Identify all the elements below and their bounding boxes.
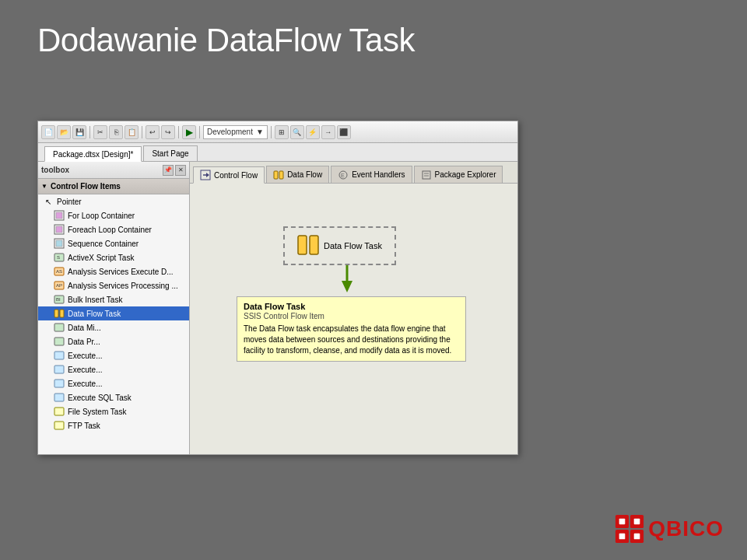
toolbox-item-sequence[interactable]: Sequence Container xyxy=(38,236,189,250)
toolbar-btn-open[interactable]: 📂 xyxy=(57,125,71,139)
toolbar-separator-1 xyxy=(89,126,90,138)
toolbox-item-for-loop[interactable]: For Loop Container xyxy=(38,208,189,222)
data-pr-icon xyxy=(54,336,65,347)
package-tabbar: Package.dtsx [Design]* Start Page xyxy=(38,143,517,162)
file-system-icon xyxy=(54,406,65,417)
toolbar-btn-extra2[interactable]: 🔍 xyxy=(290,125,304,139)
toolbar-btn-extra1[interactable]: ⊞ xyxy=(275,125,289,139)
toolbar-btn-copy[interactable]: ⎘ xyxy=(109,125,123,139)
svg-text:E: E xyxy=(341,173,345,178)
toolbar-btn-cut[interactable]: ✂ xyxy=(93,125,107,139)
section-label: Control Flow Items xyxy=(51,182,121,191)
logo-box: QBICO xyxy=(614,513,724,544)
toolbox-item-label: Pointer xyxy=(57,198,82,206)
flow-tabs: Control Flow Data Flow xyxy=(190,162,517,184)
tooltip-body: The Data Flow task encapsulates the data… xyxy=(244,324,459,356)
toolbox-item-pointer[interactable]: ↖ Pointer xyxy=(38,194,189,208)
toolbox-pin-btn[interactable]: 📌 xyxy=(163,165,174,176)
control-flow-tab-icon xyxy=(200,170,211,180)
toolbox-item-bulk-insert[interactable]: BI Bulk Insert Task xyxy=(38,292,189,306)
toolbox-item-execute2[interactable]: Execute... xyxy=(38,362,189,376)
package-tab[interactable]: Package.dtsx [Design]* xyxy=(44,146,142,162)
tab-event-handlers[interactable]: E Event Handlers xyxy=(331,166,412,183)
sequence-icon xyxy=(54,238,65,249)
svg-rect-21 xyxy=(54,394,64,401)
toolbar-btn-extra5[interactable]: ⬛ xyxy=(337,125,351,139)
svg-rect-43 xyxy=(634,519,640,525)
chevron-down-icon: ▼ xyxy=(256,128,264,136)
execute1-icon xyxy=(54,350,65,361)
svg-rect-20 xyxy=(54,380,64,387)
execute1-label: Execute... xyxy=(68,352,102,360)
toolbox-section-control-flow: ▼ Control Flow Items ↖ Pointer xyxy=(38,179,189,432)
toolbar-btn-new[interactable]: 📄 xyxy=(41,125,55,139)
ftp-label: FTP Task xyxy=(68,422,100,430)
data-flow-tab-icon xyxy=(273,170,284,180)
toolbox-item-data-flow[interactable]: Data Flow Task xyxy=(38,306,189,320)
toolbar-btn-save[interactable]: 💾 xyxy=(72,125,86,139)
tooltip-title: Data Flow Task xyxy=(244,302,459,311)
tab-data-flow[interactable]: Data Flow xyxy=(266,166,329,183)
task-label: Data Flow Task xyxy=(324,241,382,250)
toolbar-btn-extra4[interactable]: → xyxy=(321,125,335,139)
svg-rect-34 xyxy=(298,236,307,254)
event-handlers-tab-label: Event Handlers xyxy=(352,170,405,179)
toolbox-item-execute3[interactable]: Execute... xyxy=(38,376,189,390)
toolbox-section-header[interactable]: ▼ Control Flow Items xyxy=(38,179,189,194)
bulk-insert-icon: BI xyxy=(54,294,65,305)
toolbox-item-execute1[interactable]: Execute... xyxy=(38,348,189,362)
foreach-loop-label: Foreach Loop Container xyxy=(68,226,152,234)
svg-rect-42 xyxy=(619,519,626,525)
svg-rect-15 xyxy=(60,310,64,317)
svg-rect-27 xyxy=(274,171,278,179)
svg-rect-16 xyxy=(54,324,64,331)
toolbar-separator-3 xyxy=(178,126,179,138)
as-execute-icon: AS xyxy=(54,266,65,277)
designer-canvas: Data Flow Task Data Flow Task SSIS Contr… xyxy=(190,184,517,454)
execute-sql-label: Execute SQL Task xyxy=(68,394,132,402)
task-box-icon xyxy=(297,234,319,257)
package-explorer-tab-label: Package Explorer xyxy=(435,170,496,179)
main-content: toolbox 📌 ✕ ▼ Control Flow Items ↖ Point… xyxy=(38,162,517,454)
activex-icon: S xyxy=(54,252,65,263)
svg-rect-45 xyxy=(634,534,640,540)
svg-text:AS: AS xyxy=(56,269,62,274)
toolbar-btn-undo[interactable]: ↩ xyxy=(146,125,160,139)
toolbox-item-foreach-loop[interactable]: Foreach Loop Container xyxy=(38,222,189,236)
designer-area: Control Flow Data Flow xyxy=(190,162,517,454)
execute-sql-icon xyxy=(54,392,65,403)
svg-rect-14 xyxy=(54,310,58,317)
toolbox-item-ftp[interactable]: FTP Task xyxy=(38,418,189,432)
pointer-icon: ↖ xyxy=(43,196,54,207)
page-title: Dodawanie DataFlow Task xyxy=(37,22,415,59)
toolbar-dropdown-development[interactable]: Development ▼ xyxy=(203,125,268,139)
as-processing-icon: AP xyxy=(54,280,65,291)
toolbar-btn-redo[interactable]: ↪ xyxy=(161,125,175,139)
execute3-label: Execute... xyxy=(68,380,102,388)
toolbox-item-file-system[interactable]: File System Task xyxy=(38,404,189,418)
svg-marker-37 xyxy=(342,281,352,292)
task-box-data-flow[interactable]: Data Flow Task xyxy=(283,226,396,265)
ftp-icon xyxy=(54,420,65,431)
toolbox-item-data-mi[interactable]: Data Mi... xyxy=(38,320,189,334)
execute2-label: Execute... xyxy=(68,366,102,374)
svg-marker-26 xyxy=(206,173,209,177)
toolbar-btn-paste[interactable]: 📋 xyxy=(124,125,139,139)
start-page-tab[interactable]: Start Page xyxy=(143,145,197,161)
toolbox-item-execute-sql[interactable]: Execute SQL Task xyxy=(38,390,189,404)
toolbox-item-as-execute[interactable]: AS Analysis Services Execute D... xyxy=(38,264,189,278)
as-processing-label: Analysis Services Processing ... xyxy=(68,282,178,290)
foreach-loop-icon xyxy=(54,224,65,235)
toolbox-item-as-processing[interactable]: AP Analysis Services Processing ... xyxy=(38,278,189,292)
toolbox-close-btn[interactable]: ✕ xyxy=(175,165,186,176)
svg-rect-17 xyxy=(54,338,64,345)
toolbox-item-activex[interactable]: S ActiveX Script Task xyxy=(38,250,189,264)
toolbar-btn-play[interactable]: ▶ xyxy=(182,125,196,139)
toolbox-item-data-pr[interactable]: Data Pr... xyxy=(38,334,189,348)
tooltip-subtitle: SSIS Control Flow Item xyxy=(244,312,459,320)
data-flow-task-label: Data Flow Task xyxy=(68,310,121,318)
svg-rect-5 xyxy=(56,240,62,247)
tab-control-flow[interactable]: Control Flow xyxy=(193,166,265,184)
tab-package-explorer[interactable]: Package Explorer xyxy=(414,166,503,183)
toolbar-btn-extra3[interactable]: ⚡ xyxy=(306,125,320,139)
